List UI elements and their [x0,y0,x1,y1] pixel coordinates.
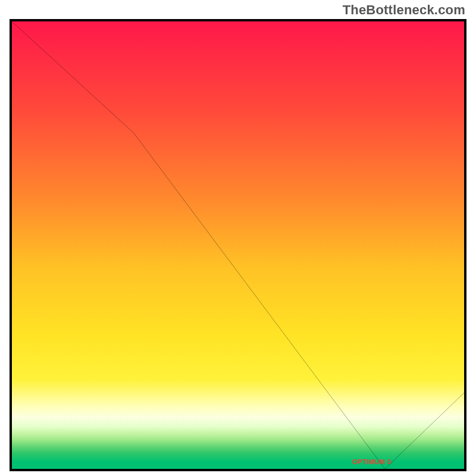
plot-panel: OPTIMUM 0 [10,19,466,471]
attribution-watermark: TheBottleneck.com [343,2,465,18]
chart-stage: TheBottleneck.com OPTIMUM 0 [0,0,476,476]
gradient-background [12,21,464,469]
optimal-marker-label: OPTIMUM 0 [352,458,392,465]
